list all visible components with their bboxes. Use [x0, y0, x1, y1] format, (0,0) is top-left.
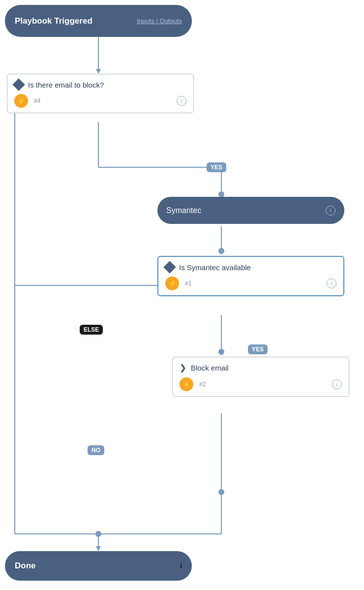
block-email-footer: ⚡ #2 i: [180, 377, 342, 391]
block-email-node[interactable]: ❯ Block email ⚡ #2 i: [172, 357, 349, 397]
diamond-icon-2: [163, 261, 176, 273]
svg-point-24: [95, 531, 101, 537]
svg-point-8: [218, 248, 224, 254]
else-label: ELSE: [80, 325, 103, 335]
lightning-icon-3: ⚡: [182, 380, 191, 388]
diamond-icon: [12, 78, 25, 91]
svg-marker-26: [96, 546, 101, 551]
condition1-num: #4: [34, 97, 40, 104]
condition-symantec-header: Is Symantec available: [165, 263, 336, 272]
symantec-title: Symantec: [166, 206, 201, 215]
lightning-icon-1: ⚡: [17, 97, 26, 105]
condition-email-block-node[interactable]: Is there email to block? ⚡ #4 i: [7, 74, 194, 113]
condition-symantec-footer: ⚡ #1 i: [165, 277, 336, 290]
svg-marker-1: [96, 69, 101, 74]
done-node[interactable]: Done i: [5, 551, 192, 581]
svg-point-11: [218, 349, 224, 355]
done-info-icon[interactable]: i: [180, 561, 182, 570]
block-email-title: Block email: [191, 364, 229, 372]
condition2-num: #1: [185, 280, 191, 287]
yes-label-2: YES: [248, 344, 268, 354]
condition1-info-icon[interactable]: i: [177, 96, 186, 106]
arrow-right-icon: ❯: [180, 363, 186, 373]
lightning-icon-2: ⚡: [168, 279, 177, 287]
svg-marker-12: [219, 351, 224, 356]
playbook-triggered-title: Playbook Triggered: [15, 16, 92, 26]
playbook-triggered-node[interactable]: Playbook Triggered Inputs / Outputs: [5, 5, 192, 37]
block-email-header: ❯ Block email: [180, 363, 342, 373]
condition-header: Is there email to block?: [14, 80, 186, 89]
block-email-num: #2: [199, 381, 206, 388]
done-title: Done: [15, 561, 36, 571]
svg-marker-19: [96, 531, 101, 536]
symantec-info-icon[interactable]: i: [326, 206, 335, 216]
block-email-info-icon[interactable]: i: [332, 379, 342, 389]
lightning-badge-2: ⚡: [165, 277, 179, 290]
svg-marker-5: [219, 192, 224, 197]
no-label: NO: [88, 445, 104, 455]
workflow-canvas: Playbook Triggered Inputs / Outputs Is t…: [0, 0, 364, 590]
condition2-info-icon[interactable]: i: [327, 279, 336, 288]
condition-symantec-node[interactable]: Is Symantec available ⚡ #1 i: [157, 256, 344, 296]
condition-symantec-title: Is Symantec available: [179, 263, 251, 272]
condition-footer: ⚡ #4 i: [14, 94, 186, 108]
yes-label-1: YES: [207, 162, 226, 172]
svg-marker-9: [219, 250, 224, 255]
condition-email-title: Is there email to block?: [28, 81, 104, 89]
svg-point-21: [218, 489, 224, 495]
lightning-badge-1: ⚡: [14, 94, 28, 108]
lightning-badge-3: ⚡: [180, 377, 193, 391]
symantec-node[interactable]: Symantec i: [157, 197, 344, 224]
io-link[interactable]: Inputs / Outputs: [137, 17, 182, 25]
